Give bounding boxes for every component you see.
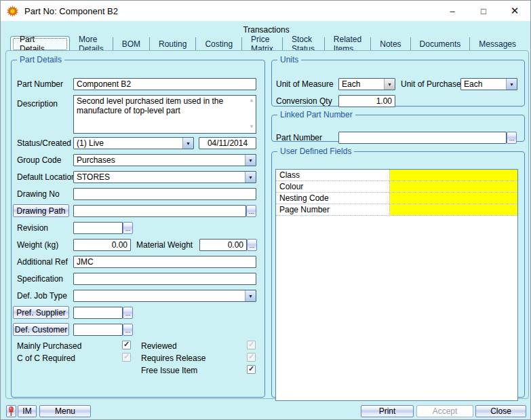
print-button[interactable]: Print	[361, 405, 414, 417]
specification-input[interactable]	[73, 273, 256, 285]
part-details-group: Part Details Part Number Description Sec…	[11, 55, 265, 398]
close-button[interactable]: Close	[475, 405, 526, 417]
linked-part-number-label: Part Number	[276, 133, 322, 142]
unit-of-measure-dropdown-icon[interactable]: ▼	[384, 79, 395, 90]
mainly-purchased-checkbox[interactable]: ✓	[122, 341, 131, 349]
check-icon: ✓	[123, 340, 130, 349]
udf-row[interactable]: Page Number	[276, 204, 517, 216]
user-defined-fields-grid: Class Colour Nesting Code Page Number	[275, 169, 518, 401]
udf-field-name: Page Number	[276, 204, 390, 215]
conversion-qty-input[interactable]	[338, 95, 395, 107]
default-location-label: Default Location	[17, 172, 76, 182]
tab-messages[interactable]: Messages	[470, 37, 525, 51]
tab-price-matrix[interactable]: Price Matrix	[242, 37, 283, 51]
group-code-value: Purchases	[74, 155, 245, 166]
drawing-path-button[interactable]: Drawing Path	[13, 204, 69, 217]
weight-label: Weight (kg)	[17, 240, 58, 250]
drawing-no-input[interactable]	[73, 188, 256, 200]
udf-field-value[interactable]	[390, 181, 517, 192]
part-number-label: Part Number	[17, 79, 63, 89]
revision-label: Revision	[17, 223, 48, 233]
maximize-button[interactable]: □	[468, 1, 499, 21]
tab-focus-rect	[13, 38, 67, 50]
group-code-combobox[interactable]: Purchases ▼	[73, 154, 256, 166]
tab-stock-status[interactable]: Stock Status	[283, 37, 325, 51]
tab-notes[interactable]: Notes	[371, 37, 410, 51]
material-weight-input[interactable]	[199, 239, 247, 251]
requires-release-checkbox[interactable]: ✓	[247, 353, 256, 362]
def-customer-input[interactable]	[73, 324, 123, 336]
status-dropdown-icon[interactable]: ▼	[182, 138, 193, 149]
tab-routing[interactable]: Routing	[150, 37, 196, 51]
tab-related-items[interactable]: Related Items	[325, 37, 371, 51]
unit-of-purchase-dropdown-icon[interactable]: ▼	[506, 79, 517, 90]
udf-field-value[interactable]	[390, 193, 517, 204]
pin-button[interactable]	[6, 405, 16, 417]
linked-part-number-legend: Linked Part Number	[277, 110, 355, 119]
group-code-label: Group Code	[17, 155, 61, 165]
udf-row[interactable]: Class	[276, 170, 517, 181]
def-job-type-label: Def. Job Type	[17, 291, 67, 301]
scroll-up-icon[interactable]: ▲	[249, 98, 254, 103]
unit-of-purchase-combobox[interactable]: Each ▼	[460, 78, 517, 90]
mainly-purchased-label: Mainly Purchased	[17, 341, 81, 351]
part-details-legend: Part Details	[17, 55, 64, 64]
check-icon: ✓	[248, 352, 254, 361]
created-date-input[interactable]	[199, 137, 256, 149]
accept-button[interactable]: Accept	[416, 405, 473, 417]
udf-field-value[interactable]	[390, 170, 517, 180]
unit-of-purchase-label: Unit of Purchase	[401, 79, 461, 89]
c-of-c-required-label: C of C Required	[17, 354, 75, 363]
description-textarea[interactable]: Second level purchased item used in the …	[73, 95, 256, 134]
im-button[interactable]: IM	[18, 405, 37, 417]
additional-ref-input[interactable]	[73, 256, 256, 268]
revision-input[interactable]	[73, 222, 123, 234]
udf-row[interactable]: Colour	[276, 181, 517, 193]
free-issue-item-checkbox[interactable]: ✓	[247, 365, 256, 374]
udf-row[interactable]: Nesting Code	[276, 193, 517, 204]
def-customer-browse-button[interactable]: ...	[123, 324, 133, 336]
pref-supplier-input[interactable]	[73, 307, 123, 319]
drawing-path-browse-button[interactable]: ...	[246, 205, 256, 217]
footer: IM Menu Print Accept Close	[1, 398, 530, 419]
group-code-dropdown-icon[interactable]: ▼	[245, 155, 256, 166]
linked-part-number-input[interactable]	[338, 132, 507, 144]
close-window-button[interactable]: ✕	[499, 1, 530, 21]
unit-of-measure-combobox[interactable]: Each ▼	[338, 78, 395, 90]
udf-field-value[interactable]	[390, 204, 517, 215]
minimize-button[interactable]: –	[437, 1, 468, 21]
tab-costing[interactable]: Costing	[196, 37, 242, 51]
tab-bom[interactable]: BOM	[113, 37, 150, 51]
tab-more-details[interactable]: More Details	[70, 37, 113, 51]
pref-supplier-browse-button[interactable]: ...	[123, 307, 133, 319]
tabstrip: Part Details More Details BOM Routing Co…	[10, 36, 525, 51]
def-job-type-dropdown-icon[interactable]: ▼	[245, 290, 256, 301]
drawing-no-label: Drawing No	[17, 189, 60, 199]
flower-icon	[7, 5, 18, 17]
def-job-type-combobox[interactable]: ▼	[73, 290, 256, 302]
scroll-down-icon[interactable]: ▼	[249, 124, 254, 130]
status-combobox[interactable]: (1) Live ▼	[73, 137, 194, 149]
weight-input[interactable]	[73, 239, 131, 251]
def-job-type-value	[74, 290, 245, 301]
reviewed-checkbox[interactable]: ✓	[247, 341, 256, 349]
default-location-dropdown-icon[interactable]: ▼	[245, 172, 256, 183]
check-icon: ✓	[123, 352, 130, 361]
tab-part-details[interactable]: Part Details	[10, 36, 70, 51]
check-icon: ✓	[248, 364, 254, 373]
part-number-input[interactable]	[73, 78, 256, 90]
material-weight-browse-button[interactable]: ...	[247, 239, 257, 251]
default-location-combobox[interactable]: STORES ▼	[73, 171, 256, 183]
tab-documents[interactable]: Documents	[411, 37, 471, 51]
window-title: Part No: Component B2	[24, 6, 118, 16]
def-customer-button[interactable]: Def. Customer	[13, 323, 69, 336]
user-defined-fields-group: User Defined Fields Class Colour Nesting…	[271, 147, 525, 398]
linked-part-number-browse-button[interactable]: ...	[507, 132, 517, 144]
udf-field-name: Class	[276, 170, 390, 180]
pref-supplier-button[interactable]: Pref. Supplier	[13, 306, 69, 319]
menu-button[interactable]: Menu	[39, 405, 91, 417]
drawing-path-input[interactable]	[73, 205, 246, 217]
revision-browse-button[interactable]: ...	[123, 222, 133, 234]
unit-of-purchase-value: Each	[461, 79, 506, 90]
c-of-c-required-checkbox[interactable]: ✓	[122, 353, 131, 362]
